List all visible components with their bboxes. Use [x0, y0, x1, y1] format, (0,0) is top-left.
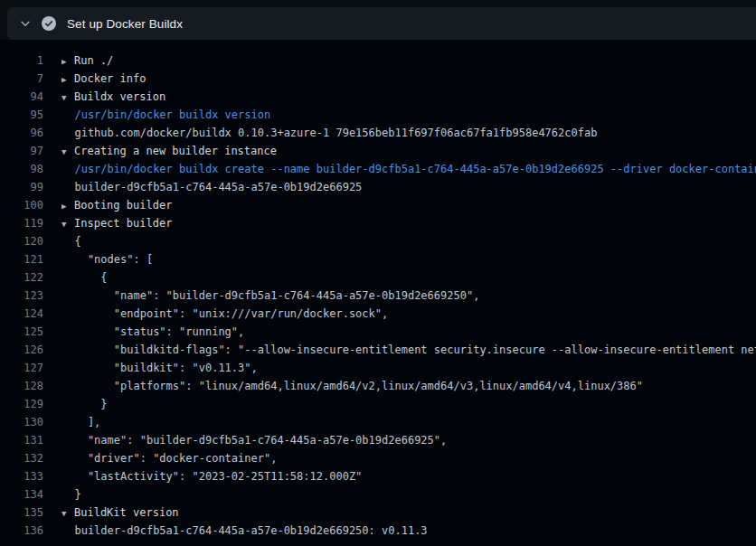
log-text: "name": "builder-d9cfb5a1-c764-445a-a57e… [61, 431, 447, 449]
log-text: "buildkit": "v0.11.3", [61, 359, 258, 377]
log-panel[interactable]: 1▶Run ./7▶Docker info94▼Buildx version95… [0, 40, 756, 546]
log-text: "endpoint": "unix:///var/run/docker.sock… [61, 305, 388, 323]
line-number[interactable]: 124 [0, 305, 43, 323]
log-line: 131 "name": "builder-d9cfb5a1-c764-445a-… [0, 431, 756, 449]
log-text: builder-d9cfb5a1-c764-445a-a57e-0b19d2e6… [61, 178, 362, 196]
log-text: } [61, 485, 81, 504]
line-number[interactable]: 128 [0, 377, 43, 395]
log-text: "nodes": [ [61, 250, 153, 268]
log-line: 120 { [0, 232, 756, 250]
log-text: ], [61, 413, 100, 431]
line-number[interactable]: 127 [0, 359, 43, 377]
group-expanded-triangle-icon: ▼ [61, 143, 74, 161]
log-text: github.com/docker/buildx 0.10.3+azure-1 … [61, 124, 597, 142]
line-number[interactable]: 99 [0, 178, 43, 196]
group-title: Docker info [74, 72, 146, 85]
log-line: 122 { [0, 268, 756, 287]
line-number[interactable]: 126 [0, 341, 43, 359]
group-expanded-triangle-icon: ▼ [61, 504, 74, 522]
group-collapsed-triangle-icon: ▶ [61, 71, 74, 89]
log-line: 130 ], [0, 413, 756, 431]
log-text: "driver": "docker-container", [61, 449, 277, 467]
line-number[interactable]: 95 [0, 106, 43, 124]
group-title: Run ./ [74, 54, 113, 67]
log-line: 126 "buildkitd-flags": "--allow-insecure… [0, 341, 756, 359]
log-line: 123 "name": "builder-d9cfb5a1-c764-445a-… [0, 287, 756, 305]
log-text: "buildkitd-flags": "--allow-insecure-ent… [61, 341, 756, 359]
log-text: "platforms": "linux/amd64,linux/amd64/v2… [61, 377, 643, 395]
log-group-line[interactable]: 100▶Booting builder [0, 196, 756, 214]
log-line: 121 "nodes": [ [0, 250, 756, 268]
log-group-line[interactable]: 119▼Inspect builder [0, 214, 756, 232]
group-collapsed-triangle-icon: ▶ [61, 197, 74, 215]
line-number[interactable]: 131 [0, 431, 43, 449]
line-number[interactable]: 133 [0, 467, 43, 485]
log-line: 99 builder-d9cfb5a1-c764-445a-a57e-0b19d… [0, 178, 756, 196]
line-number[interactable]: 134 [0, 485, 43, 504]
log-text: { [61, 268, 108, 287]
line-number[interactable]: 135 [0, 504, 43, 522]
log-line: 134 } [0, 485, 756, 504]
log-text: "lastActivity": "2023-02-25T11:58:12.000… [61, 467, 362, 485]
log-text: "status": "running", [61, 323, 244, 341]
line-number[interactable]: 96 [0, 124, 43, 142]
line-number[interactable]: 132 [0, 449, 43, 467]
group-collapsed-triangle-icon: ▶ [61, 52, 74, 71]
group-title: Inspect builder [74, 217, 172, 230]
log-line: 124 "endpoint": "unix:///var/run/docker.… [0, 305, 756, 323]
log-line: 136 builder-d9cfb5a1-c764-445a-a57e-0b19… [0, 522, 756, 540]
log-line: 129 } [0, 395, 756, 413]
check-circle-icon [42, 16, 56, 31]
log-group-line[interactable]: 7▶Docker info [0, 70, 756, 88]
step-header[interactable]: Set up Docker Buildx [7, 7, 756, 40]
log-text: /usr/bin/docker buildx version [61, 106, 270, 124]
chevron-down-icon[interactable] [14, 17, 36, 30]
log-line: 95 /usr/bin/docker buildx version [0, 106, 756, 124]
line-number[interactable]: 119 [0, 214, 43, 232]
line-number[interactable]: 100 [0, 196, 43, 214]
log-group-line[interactable]: 1▶Run ./ [0, 52, 756, 70]
log-line: 127 "buildkit": "v0.11.3", [0, 359, 756, 377]
log-line: 133 "lastActivity": "2023-02-25T11:58:12… [0, 467, 756, 485]
line-number[interactable]: 130 [0, 413, 43, 431]
line-number[interactable]: 7 [0, 70, 43, 88]
log-group-line[interactable]: 97▼Creating a new builder instance [0, 142, 756, 160]
group-title: BuildKit version [74, 506, 179, 519]
line-number[interactable]: 125 [0, 323, 43, 341]
line-number[interactable]: 98 [0, 160, 43, 178]
line-number[interactable]: 1 [0, 52, 43, 70]
log-text: } [61, 395, 108, 413]
line-number[interactable]: 122 [0, 268, 43, 287]
log-group-line[interactable]: 94▼Buildx version [0, 88, 756, 106]
log-line: 132 "driver": "docker-container", [0, 449, 756, 467]
log-text: "name": "builder-d9cfb5a1-c764-445a-a57e… [61, 287, 479, 305]
log-text: builder-d9cfb5a1-c764-445a-a57e-0b19d2e6… [61, 522, 428, 540]
line-number[interactable]: 120 [0, 232, 43, 250]
group-title: Booting builder [74, 199, 172, 212]
log-group-line[interactable]: 135▼BuildKit version [0, 504, 756, 522]
step-title: Set up Docker Buildx [67, 17, 183, 31]
log-line: 125 "status": "running", [0, 323, 756, 341]
group-title: Creating a new builder instance [74, 145, 277, 157]
line-number[interactable]: 94 [0, 88, 43, 106]
log-line: 98 /usr/bin/docker buildx create --name … [0, 160, 756, 178]
line-number[interactable]: 129 [0, 395, 43, 413]
log-text: { [61, 232, 81, 250]
log-line: 128 "platforms": "linux/amd64,linux/amd6… [0, 377, 756, 395]
line-number[interactable]: 123 [0, 287, 43, 305]
line-number[interactable]: 97 [0, 142, 43, 160]
line-number[interactable]: 136 [0, 522, 43, 540]
group-title: Buildx version [74, 90, 165, 103]
line-number[interactable]: 121 [0, 250, 43, 268]
log-line: 96 github.com/docker/buildx 0.10.3+azure… [0, 124, 756, 142]
group-expanded-triangle-icon: ▼ [61, 89, 74, 107]
group-expanded-triangle-icon: ▼ [61, 215, 74, 233]
log-text: /usr/bin/docker buildx create --name bui… [61, 160, 756, 178]
log-lines: 1▶Run ./7▶Docker info94▼Buildx version95… [0, 52, 756, 540]
